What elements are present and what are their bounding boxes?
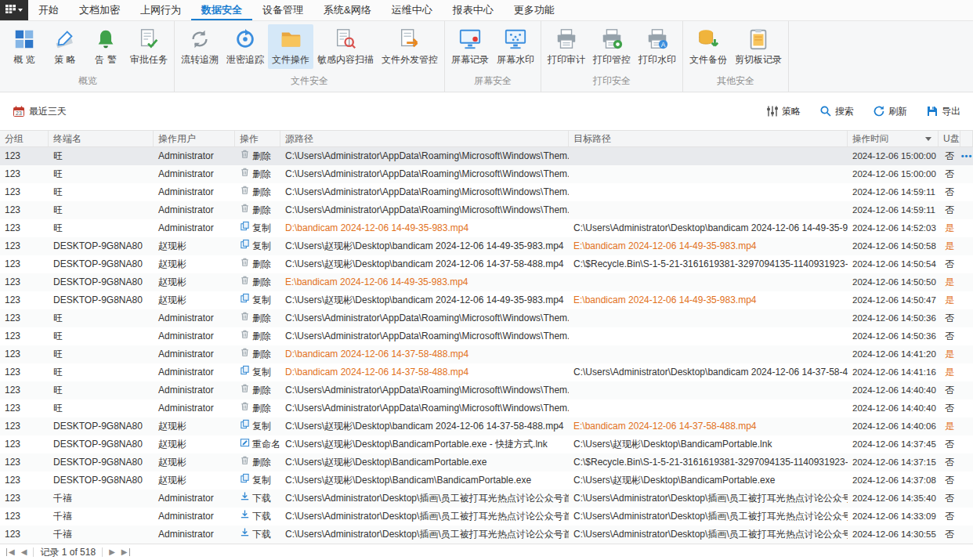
column-header[interactable]: U盘 xyxy=(939,131,960,146)
table-row[interactable]: 123DESKTOP-9G8NA80赵现彬复制C:\Users\赵现彬\Desk… xyxy=(0,291,973,309)
operation-label: 删除 xyxy=(252,147,271,165)
column-header[interactable]: 操作 xyxy=(235,131,280,146)
table-row[interactable]: 123DESKTOP-9G8NA80赵现彬删除E:\bandicam 2024-… xyxy=(0,273,973,291)
column-header[interactable]: 操作用户 xyxy=(154,131,235,146)
toolbar-export-button[interactable]: 导出 xyxy=(926,105,960,118)
toolbar-button-label: 刷新 xyxy=(888,105,907,118)
date-range-button[interactable]: 23 最近三天 xyxy=(13,105,67,118)
ribbon-item[interactable]: 剪切板记录 xyxy=(731,24,786,69)
cell-source-path: C:\Users\Administrator\AppData\Roaming\M… xyxy=(280,165,569,183)
cell-usb: 否 xyxy=(939,471,960,490)
table-row[interactable]: 123旺Administrator删除C:\Users\Administrato… xyxy=(0,327,973,345)
cell-operation-time: 2024-12-06 14:50:36 xyxy=(848,309,939,327)
operation-label: 删除 xyxy=(252,273,271,291)
table-row[interactable]: 123DESKTOP-9G8NA80赵现彬复制C:\Users\赵现彬\Desk… xyxy=(0,471,973,490)
table-row[interactable]: 123旺Administrator复制D:\bandicam 2024-12-0… xyxy=(0,363,973,381)
cell-actions: ••• xyxy=(960,147,973,165)
ribbon-item[interactable]: 流转追溯 xyxy=(177,24,222,69)
cell-terminal: DESKTOP-9G8NA80 xyxy=(49,273,154,291)
ribbon-item[interactable]: 审批任务 xyxy=(126,24,172,69)
ribbon-item[interactable]: 概 览 xyxy=(4,24,45,69)
row-menu-button[interactable]: ••• xyxy=(961,151,973,161)
table-row[interactable]: 123DESKTOP-9G8NA80赵现彬删除C:\Users\赵现彬\Desk… xyxy=(0,255,973,273)
table-row[interactable]: 123旺Administrator删除C:\Users\Administrato… xyxy=(0,165,973,183)
cell-target-path xyxy=(569,147,848,165)
cell-actions xyxy=(960,219,973,237)
table-row[interactable]: 123千禧Administrator下载C:\Users\Administrat… xyxy=(0,490,973,508)
toolbar-refresh-button[interactable]: 刷新 xyxy=(873,105,907,118)
table-row[interactable]: 123旺Administrator删除C:\Users\Administrato… xyxy=(0,381,973,399)
menu-tab[interactable]: 报表中心 xyxy=(443,0,504,20)
date-range-label: 最近三天 xyxy=(29,105,67,118)
ribbon-item[interactable]: 文件备份 xyxy=(685,24,731,69)
toolbar-search-button[interactable]: 搜索 xyxy=(819,105,854,118)
menu-tab[interactable]: 上网行为 xyxy=(130,0,191,20)
ribbon-group: 打印审计打印管控A打印水印打印安全 xyxy=(541,21,683,92)
scan-icon xyxy=(334,27,357,51)
table-row[interactable]: 123DESKTOP-9G8NA80赵现彬复制C:\Users\赵现彬\Desk… xyxy=(0,417,973,435)
cell-user: 赵现彬 xyxy=(154,435,235,453)
menu-tab[interactable]: 系统&网络 xyxy=(313,0,382,20)
table-row[interactable]: 123DESKTOP-9G8NA80赵现彬复制C:\Users\赵现彬\Desk… xyxy=(0,237,973,255)
ribbon-item[interactable]: 敏感内容扫描 xyxy=(313,24,378,69)
ribbon-item[interactable]: 文件外发管控 xyxy=(378,24,442,69)
ribbon-item[interactable]: A打印水印 xyxy=(635,24,680,69)
ribbon-item[interactable]: 告 警 xyxy=(85,24,126,69)
search-icon xyxy=(819,105,832,117)
table-row[interactable]: 123旺Administrator删除C:\Users\Administrato… xyxy=(0,183,973,201)
column-header[interactable]: 目标路径 xyxy=(569,131,848,146)
toolbar-policy-filter-button[interactable]: 策略 xyxy=(766,105,801,118)
table-row[interactable]: 123旺Administrator删除C:\Users\Administrato… xyxy=(0,399,973,417)
table-row[interactable]: 123旺Administrator复制D:\bandicam 2024-12-0… xyxy=(0,219,973,237)
table-row[interactable]: 123千禧Administrator下载C:\Users\Administrat… xyxy=(0,508,973,526)
cell-target-path xyxy=(569,183,848,201)
next-page-button[interactable]: ▶ xyxy=(109,548,115,556)
last-page-button[interactable]: ▶ xyxy=(121,548,130,556)
menu-tab[interactable]: 数据安全 xyxy=(191,0,252,20)
table-row[interactable]: 123DESKTOP-9G8NA80赵现彬重命名C:\Users\赵现彬\Des… xyxy=(0,435,973,453)
ribbon-item[interactable]: 屏幕水印 xyxy=(493,24,538,69)
column-header[interactable]: 操作时间 xyxy=(848,131,939,146)
cell-terminal: 旺 xyxy=(49,399,154,417)
ribbon-item[interactable]: 打印管控 xyxy=(589,24,635,69)
cell-group: 123 xyxy=(0,453,49,471)
cell-usb: 否 xyxy=(939,309,960,327)
menubar: 开始文档加密上网行为数据安全设备管理系统&网络运维中心报表中心更多功能 xyxy=(0,0,973,21)
cell-operation-time: 2024-12-06 14:59:11 xyxy=(848,201,939,219)
delete-icon xyxy=(240,453,250,471)
table-row[interactable]: 123旺Administrator删除C:\Users\Administrato… xyxy=(0,147,973,165)
cell-terminal: DESKTOP-9G8NA80 xyxy=(49,471,154,490)
menu-tab[interactable]: 更多功能 xyxy=(504,0,565,20)
cell-terminal: 旺 xyxy=(49,165,154,183)
table-row[interactable]: 123DESKTOP-9G8NA80赵现彬删除C:\Users\赵现彬\Desk… xyxy=(0,453,973,471)
ribbon-item[interactable]: 打印审计 xyxy=(544,24,589,69)
toolbar-actions: 策略搜索刷新导出 xyxy=(766,105,960,118)
table-row[interactable]: 123旺Administrator删除C:\Users\Administrato… xyxy=(0,309,973,327)
cell-actions xyxy=(960,490,973,508)
ribbon-item[interactable]: 泄密追踪 xyxy=(222,24,268,69)
menu-tab[interactable]: 运维中心 xyxy=(382,0,443,20)
cell-group: 123 xyxy=(0,201,49,219)
column-header[interactable]: 源路径 xyxy=(280,131,569,146)
table-row[interactable]: 123千禧Administrator下载C:\Users\Administrat… xyxy=(0,526,973,544)
delete-icon xyxy=(240,255,250,273)
first-page-button[interactable]: ◀ xyxy=(6,548,15,556)
app-menu-button[interactable] xyxy=(0,0,28,20)
cell-source-path: E:\bandicam 2024-12-06 14-49-35-983.mp4 xyxy=(280,273,569,291)
ribbon-item[interactable]: 屏幕记录 xyxy=(447,24,493,69)
column-header[interactable]: 终端名 xyxy=(49,131,154,146)
prev-page-button[interactable]: ◀ xyxy=(21,548,27,556)
menu-tab[interactable]: 设备管理 xyxy=(252,0,313,20)
cell-usb: 是 xyxy=(939,363,960,381)
cell-operation: 删除 xyxy=(235,273,280,291)
ribbon-item[interactable]: 文件操作 xyxy=(268,24,313,69)
cell-user: Administrator xyxy=(154,309,235,327)
column-header[interactable]: 分组 xyxy=(0,131,49,146)
menu-tab[interactable]: 文档加密 xyxy=(69,0,130,20)
ribbon-item[interactable]: 策 略 xyxy=(45,24,85,69)
table-row[interactable]: 123旺Administrator删除D:\bandicam 2024-12-0… xyxy=(0,345,973,363)
menu-tab[interactable]: 开始 xyxy=(28,0,69,20)
cell-operation-time: 2024-12-06 14:37:15 xyxy=(848,453,939,471)
cell-operation-time: 2024-12-06 14:50:58 xyxy=(848,237,939,255)
table-row[interactable]: 123旺Administrator删除C:\Users\Administrato… xyxy=(0,201,973,219)
